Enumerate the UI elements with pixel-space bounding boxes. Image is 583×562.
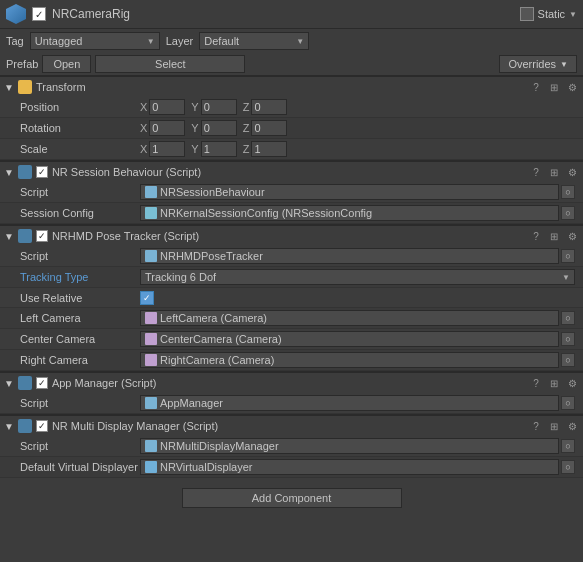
nr-session-config-value[interactable]: NRKernalSessionConfig (NRSessionConfig [140, 205, 559, 221]
nr-multi-menu-btn[interactable]: ⚙ [565, 419, 579, 433]
layer-dropdown-arrow: ▼ [296, 37, 304, 46]
app-manager-info-btn[interactable]: ? [529, 376, 543, 390]
nr-multi-script-value[interactable]: NRMultiDisplayManager [140, 438, 559, 454]
nrhmd-title: NRHMD Pose Tracker (Script) [52, 230, 525, 242]
overrides-button[interactable]: Overrides ▼ [499, 55, 577, 73]
app-manager-script-dot[interactable]: ○ [561, 396, 575, 410]
scale-row: Scale X 1 Y 1 Z 1 [0, 139, 583, 160]
transform-title: Transform [36, 81, 525, 93]
nrhmd-centercam-value[interactable]: CenterCamera (Camera) [140, 331, 559, 347]
transform-info-btn[interactable]: ? [529, 80, 543, 94]
nrhmd-userelative-label: Use Relative [20, 292, 140, 304]
pos-z-input[interactable]: 0 [251, 99, 287, 115]
nrhmd-menu-btn[interactable]: ⚙ [565, 229, 579, 243]
app-manager-header: ▼ ✓ App Manager (Script) ? ⊞ ⚙ [0, 372, 583, 393]
nrhmd-layout-btn[interactable]: ⊞ [547, 229, 561, 243]
nrhmd-centercam-label: Center Camera [20, 333, 140, 345]
scale-x-label: X [140, 143, 147, 155]
centercam-icon [145, 333, 157, 345]
layer-dropdown[interactable]: Default ▼ [199, 32, 309, 50]
nrhmd-centercam-row: Center Camera CenterCamera (Camera) ○ [0, 329, 583, 350]
nr-multi-fold[interactable]: ▼ [4, 421, 14, 432]
nr-session-menu-btn[interactable]: ⚙ [565, 165, 579, 179]
nrhmd-tracking-dropdown[interactable]: Tracking 6 Dof ▼ [140, 269, 575, 285]
app-manager-menu-btn[interactable]: ⚙ [565, 376, 579, 390]
nr-multi-layout-btn[interactable]: ⊞ [547, 419, 561, 433]
nrhmd-fold[interactable]: ▼ [4, 231, 14, 242]
app-manager-script-icon [145, 397, 157, 409]
static-area: Static ▼ [520, 7, 577, 21]
nrhmd-script-value[interactable]: NRHMDPoseTracker [140, 248, 559, 264]
rot-y-input[interactable]: 0 [201, 120, 237, 136]
scale-x-input[interactable]: 1 [149, 141, 185, 157]
scale-z-input[interactable]: 1 [251, 141, 287, 157]
layer-label: Layer [166, 35, 194, 47]
rot-x-label: X [140, 122, 147, 134]
rot-x-input[interactable]: 0 [149, 120, 185, 136]
overrides-arrow: ▼ [560, 60, 568, 69]
static-label: Static [538, 8, 566, 20]
nrhmd-leftcam-value[interactable]: LeftCamera (Camera) [140, 310, 559, 326]
nr-session-actions: ? ⊞ ⚙ [529, 165, 579, 179]
pos-x-input[interactable]: 0 [149, 99, 185, 115]
config-icon [145, 207, 157, 219]
nr-multi-actions: ? ⊞ ⚙ [529, 419, 579, 433]
tracking-dropdown-arrow: ▼ [562, 273, 570, 282]
nr-session-fold[interactable]: ▼ [4, 167, 14, 178]
nr-session-script-dot[interactable]: ○ [561, 185, 575, 199]
nrhmd-rightcam-value[interactable]: RightCamera (Camera) [140, 352, 559, 368]
nr-multi-checkbox[interactable]: ✓ [36, 420, 48, 432]
nr-session-script-label: Script [20, 186, 140, 198]
nr-session-info-btn[interactable]: ? [529, 165, 543, 179]
displayer-icon [145, 461, 157, 473]
nrhmd-info-btn[interactable]: ? [529, 229, 543, 243]
position-values: X 0 Y 0 Z 0 [140, 99, 575, 115]
nr-session-checkbox[interactable]: ✓ [36, 166, 48, 178]
nr-multi-script-dot[interactable]: ○ [561, 439, 575, 453]
nrhmd-script-dot[interactable]: ○ [561, 249, 575, 263]
app-manager-section: ▼ ✓ App Manager (Script) ? ⊞ ⚙ Script Ap… [0, 371, 583, 414]
pos-z-label: Z [243, 101, 250, 113]
scale-y-label: Y [191, 143, 198, 155]
tag-dropdown[interactable]: Untagged ▼ [30, 32, 160, 50]
scale-y-input[interactable]: 1 [201, 141, 237, 157]
transform-menu-btn[interactable]: ⚙ [565, 80, 579, 94]
pos-y-input[interactable]: 0 [201, 99, 237, 115]
nr-multi-displayer-value[interactable]: NRVirtualDisplayer [140, 459, 559, 475]
nrhmd-leftcam-dot[interactable]: ○ [561, 311, 575, 325]
nr-multi-info-btn[interactable]: ? [529, 419, 543, 433]
add-component-button[interactable]: Add Component [182, 488, 402, 508]
scale-values: X 1 Y 1 Z 1 [140, 141, 575, 157]
static-checkbox[interactable] [520, 7, 534, 21]
scale-z-label: Z [243, 143, 250, 155]
nr-session-config-label: Session Config [20, 207, 140, 219]
nr-session-script-value[interactable]: NRSessionBehaviour [140, 184, 559, 200]
pos-x-label: X [140, 101, 147, 113]
rot-z-label: Z [243, 122, 250, 134]
active-checkbox[interactable]: ✓ [32, 7, 46, 21]
app-manager-layout-btn[interactable]: ⊞ [547, 376, 561, 390]
transform-fold[interactable]: ▼ [4, 82, 14, 93]
scale-y-group: Y 1 [191, 141, 236, 157]
nr-session-config-dot[interactable]: ○ [561, 206, 575, 220]
rot-z-input[interactable]: 0 [251, 120, 287, 136]
nrhmd-rightcam-dot[interactable]: ○ [561, 353, 575, 367]
transform-layout-btn[interactable]: ⊞ [547, 80, 561, 94]
nr-multi-displayer-dot[interactable]: ○ [561, 460, 575, 474]
nrhmd-checkbox[interactable]: ✓ [36, 230, 48, 242]
pos-z-group: Z 0 [243, 99, 288, 115]
app-manager-fold[interactable]: ▼ [4, 378, 14, 389]
open-button[interactable]: Open [42, 55, 91, 73]
nr-session-script-row: Script NRSessionBehaviour ○ [0, 182, 583, 203]
nrhmd-section: ▼ ✓ NRHMD Pose Tracker (Script) ? ⊞ ⚙ Sc… [0, 224, 583, 371]
nrhmd-centercam-dot[interactable]: ○ [561, 332, 575, 346]
static-dropdown-arrow[interactable]: ▼ [569, 10, 577, 19]
app-manager-icon [18, 376, 32, 390]
nrhmd-userelative-row: Use Relative ✓ [0, 288, 583, 308]
app-manager-script-value[interactable]: AppManager [140, 395, 559, 411]
app-manager-checkbox[interactable]: ✓ [36, 377, 48, 389]
select-button[interactable]: Select [95, 55, 245, 73]
rotation-label: Rotation [20, 122, 140, 134]
nrhmd-userelative-checkbox[interactable]: ✓ [140, 291, 154, 305]
nr-session-layout-btn[interactable]: ⊞ [547, 165, 561, 179]
